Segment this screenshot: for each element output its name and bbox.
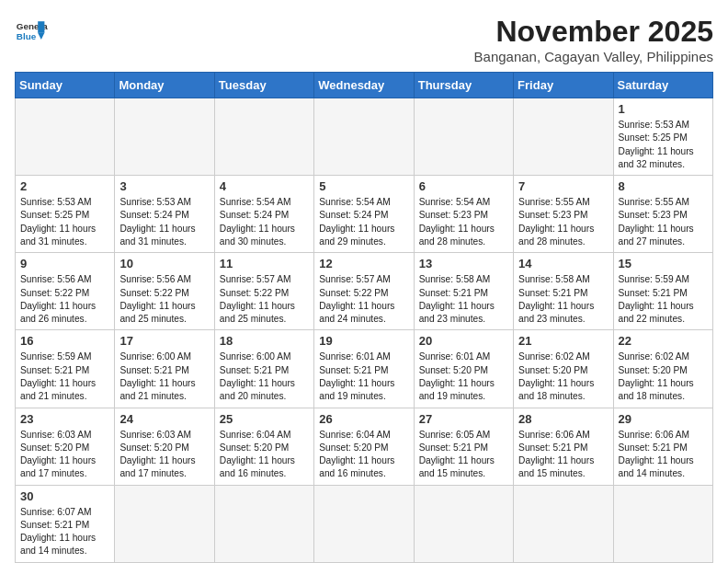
day-info: Sunrise: 6:03 AMSunset: 5:20 PMDaylight:… [119,429,209,481]
weekday-header-wednesday: Wednesday [314,73,414,98]
weekday-header-row: SundayMondayTuesdayWednesdayThursdayFrid… [16,73,713,98]
day-number: 16 [20,334,109,348]
calendar-cell: 4Sunrise: 5:54 AMSunset: 5:24 PMDaylight… [214,176,313,253]
calendar-cell: 6Sunrise: 5:54 AMSunset: 5:23 PMDaylight… [414,176,513,253]
day-number: 21 [518,334,608,348]
day-number: 28 [518,412,608,426]
calendar-cell [514,485,613,562]
day-info: Sunrise: 6:04 AMSunset: 5:20 PMDaylight:… [319,429,408,481]
day-info: Sunrise: 5:55 AMSunset: 5:23 PMDaylight:… [518,196,608,248]
month-title: November 2025 [474,15,713,49]
day-number: 26 [319,412,408,426]
day-info: Sunrise: 5:54 AMSunset: 5:23 PMDaylight:… [419,196,508,248]
weekday-header-tuesday: Tuesday [214,73,313,98]
calendar-week-row: 30Sunrise: 6:07 AMSunset: 5:21 PMDayligh… [16,485,713,562]
day-number: 5 [319,179,408,193]
calendar-week-row: 23Sunrise: 6:03 AMSunset: 5:20 PMDayligh… [16,408,713,485]
calendar-cell: 30Sunrise: 6:07 AMSunset: 5:21 PMDayligh… [16,485,115,562]
calendar-cell: 20Sunrise: 6:01 AMSunset: 5:20 PMDayligh… [414,330,513,408]
svg-text:Blue: Blue [17,31,37,41]
day-number: 24 [119,412,209,426]
day-number: 9 [20,257,109,270]
day-number: 8 [619,179,708,193]
day-info: Sunrise: 6:02 AMSunset: 5:20 PMDaylight:… [518,350,608,403]
calendar-cell: 5Sunrise: 5:54 AMSunset: 5:24 PMDaylight… [314,176,414,253]
day-number: 18 [220,334,309,348]
weekday-header-sunday: Sunday [16,73,115,98]
calendar-cell [414,98,513,176]
day-info: Sunrise: 5:56 AMSunset: 5:22 PMDaylight:… [20,273,109,326]
calendar-week-row: 1Sunrise: 5:53 AMSunset: 5:25 PMDaylight… [16,98,713,176]
day-number: 22 [619,334,708,348]
weekday-header-saturday: Saturday [613,73,712,98]
calendar-table: SundayMondayTuesdayWednesdayThursdayFrid… [15,72,713,563]
day-number: 13 [419,257,508,270]
page-header: General Blue November 2025 Banganan, Cag… [15,15,713,64]
day-number: 10 [119,257,209,270]
calendar-cell: 16Sunrise: 5:59 AMSunset: 5:21 PMDayligh… [16,330,115,408]
calendar-cell [115,485,214,562]
calendar-cell: 19Sunrise: 6:01 AMSunset: 5:21 PMDayligh… [314,330,414,408]
day-info: Sunrise: 5:59 AMSunset: 5:21 PMDaylight:… [619,273,708,326]
calendar-cell: 1Sunrise: 5:53 AMSunset: 5:25 PMDaylight… [613,98,712,176]
calendar-cell [314,98,414,176]
weekday-header-thursday: Thursday [414,73,513,98]
calendar-cell: 7Sunrise: 5:55 AMSunset: 5:23 PMDaylight… [514,176,613,253]
day-info: Sunrise: 6:06 AMSunset: 5:21 PMDaylight:… [518,429,608,481]
weekday-header-monday: Monday [115,73,214,98]
day-info: Sunrise: 6:02 AMSunset: 5:20 PMDaylight:… [619,350,708,403]
calendar-cell [314,485,414,562]
day-info: Sunrise: 6:06 AMSunset: 5:21 PMDaylight:… [619,429,708,481]
day-info: Sunrise: 6:00 AMSunset: 5:21 PMDaylight:… [119,350,209,403]
day-number: 4 [220,179,309,193]
calendar-cell: 11Sunrise: 5:57 AMSunset: 5:22 PMDayligh… [214,253,313,330]
day-info: Sunrise: 5:58 AMSunset: 5:21 PMDaylight:… [518,273,608,326]
calendar-cell: 25Sunrise: 6:04 AMSunset: 5:20 PMDayligh… [214,408,313,485]
location-subtitle: Banganan, Cagayan Valley, Philippines [474,49,713,64]
day-number: 12 [319,257,408,270]
day-number: 23 [20,412,109,426]
day-number: 6 [419,179,508,193]
day-info: Sunrise: 5:59 AMSunset: 5:21 PMDaylight:… [20,350,109,403]
day-number: 1 [619,102,708,116]
day-info: Sunrise: 5:58 AMSunset: 5:21 PMDaylight:… [419,273,508,326]
calendar-cell [16,98,115,176]
day-info: Sunrise: 6:01 AMSunset: 5:20 PMDaylight:… [419,350,508,403]
calendar-cell: 2Sunrise: 5:53 AMSunset: 5:25 PMDaylight… [16,176,115,253]
day-number: 17 [119,334,209,348]
calendar-week-row: 9Sunrise: 5:56 AMSunset: 5:22 PMDaylight… [16,253,713,330]
calendar-cell: 22Sunrise: 6:02 AMSunset: 5:20 PMDayligh… [613,330,712,408]
day-info: Sunrise: 6:01 AMSunset: 5:21 PMDaylight:… [319,350,408,403]
logo-icon: General Blue [15,15,48,48]
day-info: Sunrise: 6:05 AMSunset: 5:21 PMDaylight:… [419,429,508,481]
svg-marker-2 [38,21,44,33]
day-number: 29 [619,412,708,426]
day-number: 14 [518,257,608,270]
day-info: Sunrise: 5:54 AMSunset: 5:24 PMDaylight:… [220,196,309,248]
svg-marker-3 [38,33,44,40]
calendar-cell: 10Sunrise: 5:56 AMSunset: 5:22 PMDayligh… [115,253,214,330]
day-number: 20 [419,334,508,348]
day-number: 15 [619,257,708,270]
calendar-cell: 14Sunrise: 5:58 AMSunset: 5:21 PMDayligh… [514,253,613,330]
day-info: Sunrise: 5:57 AMSunset: 5:22 PMDaylight:… [319,273,408,326]
calendar-cell [514,98,613,176]
title-section: November 2025 Banganan, Cagayan Valley, … [474,15,713,64]
calendar-cell: 17Sunrise: 6:00 AMSunset: 5:21 PMDayligh… [115,330,214,408]
calendar-week-row: 16Sunrise: 5:59 AMSunset: 5:21 PMDayligh… [16,330,713,408]
day-info: Sunrise: 6:07 AMSunset: 5:21 PMDaylight:… [20,506,109,558]
day-number: 25 [220,412,309,426]
calendar-cell: 9Sunrise: 5:56 AMSunset: 5:22 PMDaylight… [16,253,115,330]
calendar-cell: 26Sunrise: 6:04 AMSunset: 5:20 PMDayligh… [314,408,414,485]
day-info: Sunrise: 5:53 AMSunset: 5:25 PMDaylight:… [619,119,708,171]
day-number: 3 [119,179,209,193]
day-info: Sunrise: 5:57 AMSunset: 5:22 PMDaylight:… [220,273,309,326]
calendar-cell: 29Sunrise: 6:06 AMSunset: 5:21 PMDayligh… [613,408,712,485]
day-info: Sunrise: 5:53 AMSunset: 5:24 PMDaylight:… [119,196,209,248]
weekday-header-friday: Friday [514,73,613,98]
calendar-cell [115,98,214,176]
day-info: Sunrise: 6:04 AMSunset: 5:20 PMDaylight:… [220,429,309,481]
calendar-cell: 13Sunrise: 5:58 AMSunset: 5:21 PMDayligh… [414,253,513,330]
day-info: Sunrise: 6:03 AMSunset: 5:20 PMDaylight:… [20,429,109,481]
calendar-cell: 24Sunrise: 6:03 AMSunset: 5:20 PMDayligh… [115,408,214,485]
